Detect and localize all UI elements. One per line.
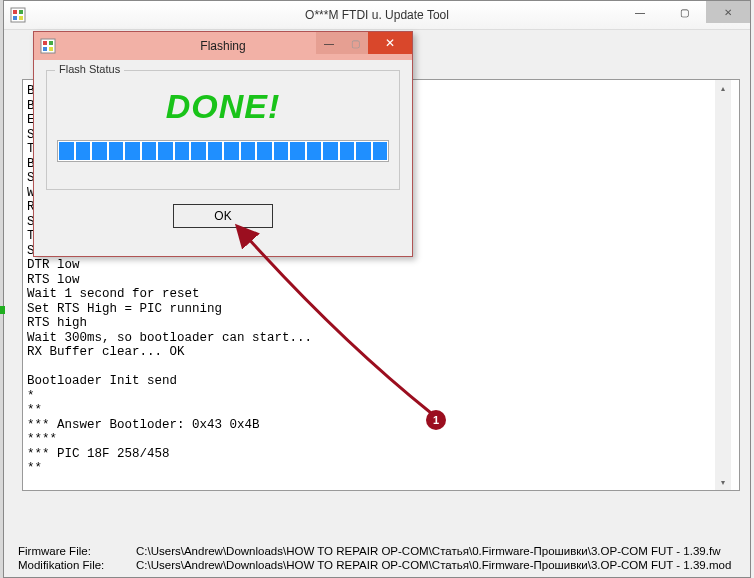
svg-rect-7 — [49, 41, 53, 45]
dialog-close-button[interactable]: ✕ — [368, 32, 412, 54]
modification-file-label: Modifikation File: — [18, 559, 118, 571]
close-button[interactable]: ✕ — [706, 1, 750, 23]
scroll-up-icon[interactable]: ▴ — [715, 80, 731, 96]
svg-rect-8 — [43, 47, 47, 51]
svg-rect-6 — [43, 41, 47, 45]
dialog-icon — [40, 38, 56, 54]
main-window-controls: — ▢ ✕ — [618, 1, 750, 23]
progress-block — [356, 142, 371, 160]
dialog-body: Flash Status DONE! OK — [34, 60, 412, 238]
status-text: DONE! — [57, 87, 389, 126]
progress-block — [290, 142, 305, 160]
progress-block — [142, 142, 157, 160]
firmware-file-label: Firmware File: — [18, 545, 118, 557]
progress-block — [224, 142, 239, 160]
progress-block — [158, 142, 173, 160]
footer: Firmware File: C:\Users\Andrew\Downloads… — [18, 543, 740, 571]
progress-block — [191, 142, 206, 160]
maximize-button[interactable]: ▢ — [662, 1, 706, 23]
modification-file-path: C:\Users\Andrew\Downloads\HOW TO REPAIR … — [136, 559, 731, 571]
progress-block — [373, 142, 388, 160]
progress-block — [257, 142, 272, 160]
green-accent-dot — [0, 306, 5, 314]
progress-block — [274, 142, 289, 160]
dialog-window-controls: — ▢ ✕ — [316, 32, 412, 54]
scroll-down-icon[interactable]: ▾ — [715, 474, 731, 490]
progress-block — [59, 142, 74, 160]
flash-status-legend: Flash Status — [55, 63, 124, 75]
progress-block — [340, 142, 355, 160]
progress-block — [125, 142, 140, 160]
svg-rect-4 — [19, 16, 23, 20]
progress-block — [208, 142, 223, 160]
progress-block — [307, 142, 322, 160]
progress-block — [323, 142, 338, 160]
progress-block — [76, 142, 91, 160]
app-icon — [10, 7, 26, 23]
progress-block — [92, 142, 107, 160]
svg-rect-1 — [13, 10, 17, 14]
svg-rect-9 — [49, 47, 53, 51]
svg-rect-2 — [19, 10, 23, 14]
progress-block — [241, 142, 256, 160]
progress-block — [109, 142, 124, 160]
dialog-titlebar[interactable]: Flashing — ▢ ✕ — [34, 32, 412, 60]
progress-block — [175, 142, 190, 160]
main-titlebar[interactable]: O***M FTDI u. Update Tool — ▢ ✕ — [4, 1, 750, 30]
firmware-file-path: C:\Users\Andrew\Downloads\HOW TO REPAIR … — [136, 545, 720, 557]
ok-button[interactable]: OK — [173, 204, 273, 228]
dialog-maximize-button: ▢ — [342, 32, 368, 54]
flashing-dialog: Flashing — ▢ ✕ Flash Status DONE! OK — [33, 31, 413, 257]
flash-status-group: Flash Status DONE! — [46, 70, 400, 190]
progress-bar — [57, 140, 389, 162]
svg-rect-3 — [13, 16, 17, 20]
minimize-button[interactable]: — — [618, 1, 662, 23]
log-scrollbar[interactable]: ▴ ▾ — [715, 80, 731, 490]
dialog-minimize-button[interactable]: — — [316, 32, 342, 54]
